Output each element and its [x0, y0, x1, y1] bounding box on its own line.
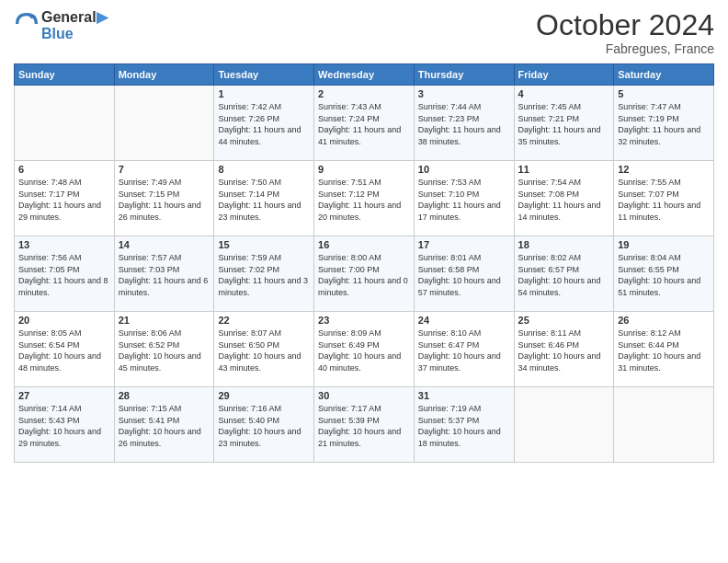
day-info: Sunrise: 8:00 AMSunset: 7:00 PMDaylight:…: [318, 252, 410, 298]
col-saturday: Saturday: [614, 64, 714, 86]
day-number: 26: [618, 315, 710, 326]
day-number: 3: [418, 88, 510, 99]
location: Fabregues, France: [536, 41, 714, 56]
day-number: 30: [318, 390, 410, 401]
calendar-cell: 3Sunrise: 7:44 AMSunset: 7:23 PMDaylight…: [414, 86, 514, 161]
day-number: 25: [518, 315, 610, 326]
day-number: 4: [518, 88, 610, 99]
day-number: 1: [218, 88, 310, 99]
day-info: Sunrise: 7:47 AMSunset: 7:19 PMDaylight:…: [618, 101, 710, 147]
calendar-cell: 6Sunrise: 7:48 AMSunset: 7:17 PMDaylight…: [15, 161, 115, 236]
day-info: Sunrise: 7:49 AMSunset: 7:15 PMDaylight:…: [119, 177, 210, 223]
day-number: 23: [318, 315, 410, 326]
day-number: 12: [618, 164, 710, 175]
day-info: Sunrise: 8:11 AMSunset: 6:46 PMDaylight:…: [518, 327, 610, 373]
day-info: Sunrise: 7:45 AMSunset: 7:21 PMDaylight:…: [518, 101, 610, 147]
calendar-cell: 22Sunrise: 8:07 AMSunset: 6:50 PMDayligh…: [214, 312, 314, 387]
col-thursday: Thursday: [414, 64, 514, 86]
col-monday: Monday: [114, 64, 214, 86]
calendar-cell: 12Sunrise: 7:55 AMSunset: 7:07 PMDayligh…: [614, 161, 714, 236]
day-number: 29: [218, 390, 310, 401]
day-number: 14: [119, 239, 210, 250]
week-row-1: 1Sunrise: 7:42 AMSunset: 7:26 PMDaylight…: [15, 86, 714, 161]
calendar-cell: 24Sunrise: 8:10 AMSunset: 6:47 PMDayligh…: [414, 312, 514, 387]
day-info: Sunrise: 7:42 AMSunset: 7:26 PMDaylight:…: [218, 101, 310, 147]
logo-subtext: Blue: [41, 26, 108, 42]
calendar-cell: 28Sunrise: 7:15 AMSunset: 5:41 PMDayligh…: [114, 387, 214, 463]
month-title: October 2024: [536, 9, 714, 41]
day-info: Sunrise: 7:50 AMSunset: 7:14 PMDaylight:…: [218, 177, 310, 223]
day-info: Sunrise: 7:19 AMSunset: 5:37 PMDaylight:…: [418, 403, 510, 449]
calendar-cell: 8Sunrise: 7:50 AMSunset: 7:14 PMDaylight…: [214, 161, 314, 236]
col-friday: Friday: [514, 64, 614, 86]
header-row: Sunday Monday Tuesday Wednesday Thursday…: [15, 64, 714, 86]
calendar-cell: 17Sunrise: 8:01 AMSunset: 6:58 PMDayligh…: [414, 236, 514, 312]
calendar-cell: 1Sunrise: 7:42 AMSunset: 7:26 PMDaylight…: [214, 86, 314, 161]
logo-icon: [16, 13, 38, 35]
day-info: Sunrise: 8:06 AMSunset: 6:52 PMDaylight:…: [119, 327, 210, 373]
calendar-cell: 10Sunrise: 7:53 AMSunset: 7:10 PMDayligh…: [414, 161, 514, 236]
calendar-cell: 19Sunrise: 8:04 AMSunset: 6:55 PMDayligh…: [614, 236, 714, 312]
day-info: Sunrise: 8:04 AMSunset: 6:55 PMDaylight:…: [618, 252, 710, 298]
day-info: Sunrise: 7:48 AMSunset: 7:17 PMDaylight:…: [18, 177, 110, 223]
page-header: General▶ Blue October 2024 Fabregues, Fr…: [14, 9, 714, 56]
day-info: Sunrise: 8:07 AMSunset: 6:50 PMDaylight:…: [218, 327, 310, 373]
day-info: Sunrise: 8:01 AMSunset: 6:58 PMDaylight:…: [418, 252, 510, 298]
week-row-5: 27Sunrise: 7:14 AMSunset: 5:43 PMDayligh…: [15, 387, 714, 463]
col-sunday: Sunday: [15, 64, 115, 86]
calendar-cell: 2Sunrise: 7:43 AMSunset: 7:24 PMDaylight…: [314, 86, 415, 161]
week-row-3: 13Sunrise: 7:56 AMSunset: 7:05 PMDayligh…: [15, 236, 714, 312]
calendar-cell: 15Sunrise: 7:59 AMSunset: 7:02 PMDayligh…: [214, 236, 314, 312]
week-row-4: 20Sunrise: 8:05 AMSunset: 6:54 PMDayligh…: [15, 312, 714, 387]
calendar-cell: 23Sunrise: 8:09 AMSunset: 6:49 PMDayligh…: [314, 312, 415, 387]
day-number: 27: [18, 390, 110, 401]
day-info: Sunrise: 7:44 AMSunset: 7:23 PMDaylight:…: [418, 101, 510, 147]
day-number: 2: [318, 88, 410, 99]
calendar-table: Sunday Monday Tuesday Wednesday Thursday…: [14, 63, 714, 463]
day-info: Sunrise: 7:56 AMSunset: 7:05 PMDaylight:…: [18, 252, 110, 298]
calendar-cell: 14Sunrise: 7:57 AMSunset: 7:03 PMDayligh…: [114, 236, 214, 312]
logo-text: General▶: [41, 9, 108, 26]
day-info: Sunrise: 8:10 AMSunset: 6:47 PMDaylight:…: [418, 327, 510, 373]
day-info: Sunrise: 8:02 AMSunset: 6:57 PMDaylight:…: [518, 252, 610, 298]
day-info: Sunrise: 8:09 AMSunset: 6:49 PMDaylight:…: [318, 327, 410, 373]
calendar-cell: 20Sunrise: 8:05 AMSunset: 6:54 PMDayligh…: [15, 312, 115, 387]
calendar-cell: 29Sunrise: 7:16 AMSunset: 5:40 PMDayligh…: [214, 387, 314, 463]
day-number: 24: [418, 315, 510, 326]
day-number: 20: [18, 315, 110, 326]
day-number: 11: [518, 164, 610, 175]
day-number: 6: [18, 164, 110, 175]
calendar-cell: 31Sunrise: 7:19 AMSunset: 5:37 PMDayligh…: [414, 387, 514, 463]
col-tuesday: Tuesday: [214, 64, 314, 86]
day-info: Sunrise: 7:55 AMSunset: 7:07 PMDaylight:…: [618, 177, 710, 223]
calendar-cell: [114, 86, 214, 161]
day-number: 10: [418, 164, 510, 175]
calendar-cell: 5Sunrise: 7:47 AMSunset: 7:19 PMDaylight…: [614, 86, 714, 161]
day-info: Sunrise: 7:43 AMSunset: 7:24 PMDaylight:…: [318, 101, 410, 147]
calendar-cell: 27Sunrise: 7:14 AMSunset: 5:43 PMDayligh…: [15, 387, 115, 463]
day-number: 28: [119, 390, 210, 401]
logo: General▶ Blue: [14, 9, 108, 41]
day-info: Sunrise: 7:15 AMSunset: 5:41 PMDaylight:…: [119, 403, 210, 449]
day-number: 5: [618, 88, 710, 99]
day-number: 21: [119, 315, 210, 326]
calendar-cell: 25Sunrise: 8:11 AMSunset: 6:46 PMDayligh…: [514, 312, 614, 387]
calendar-cell: 9Sunrise: 7:51 AMSunset: 7:12 PMDaylight…: [314, 161, 415, 236]
day-number: 16: [318, 239, 410, 250]
day-number: 8: [218, 164, 310, 175]
day-info: Sunrise: 7:16 AMSunset: 5:40 PMDaylight:…: [218, 403, 310, 449]
week-row-2: 6Sunrise: 7:48 AMSunset: 7:17 PMDaylight…: [15, 161, 714, 236]
calendar-cell: 7Sunrise: 7:49 AMSunset: 7:15 PMDaylight…: [114, 161, 214, 236]
day-number: 31: [418, 390, 510, 401]
day-number: 9: [318, 164, 410, 175]
day-info: Sunrise: 8:12 AMSunset: 6:44 PMDaylight:…: [618, 327, 710, 373]
calendar-cell: 18Sunrise: 8:02 AMSunset: 6:57 PMDayligh…: [514, 236, 614, 312]
calendar-cell: [15, 86, 115, 161]
title-block: October 2024 Fabregues, France: [536, 9, 714, 56]
day-number: 15: [218, 239, 310, 250]
day-info: Sunrise: 7:59 AMSunset: 7:02 PMDaylight:…: [218, 252, 310, 298]
calendar-cell: 16Sunrise: 8:00 AMSunset: 7:00 PMDayligh…: [314, 236, 415, 312]
calendar-cell: 13Sunrise: 7:56 AMSunset: 7:05 PMDayligh…: [15, 236, 115, 312]
day-info: Sunrise: 7:57 AMSunset: 7:03 PMDaylight:…: [119, 252, 210, 298]
day-number: 7: [119, 164, 210, 175]
